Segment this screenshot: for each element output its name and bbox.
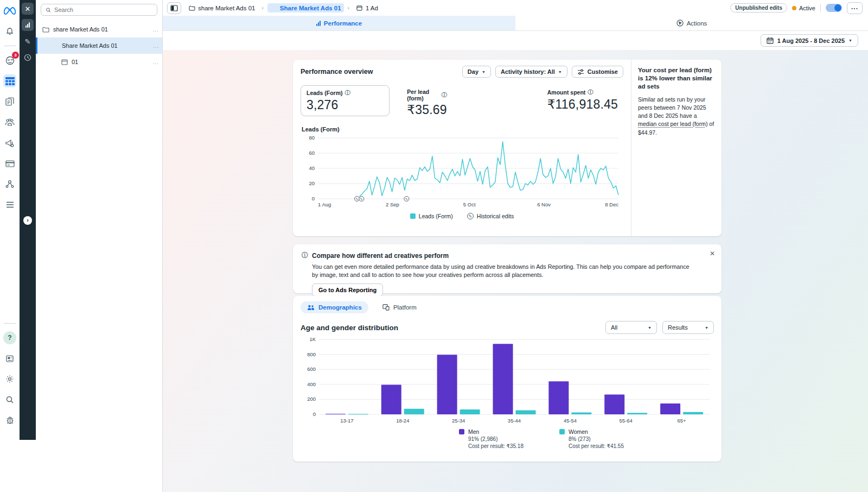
meta-logo[interactable] [3,4,16,17]
ads-reporting-banner: ⓘ Compare how different ad creatives per… [293,244,722,293]
ads-megaphone-icon[interactable] [3,136,16,149]
rail-divider-bottom [4,323,16,324]
history-clock-icon[interactable] [22,52,34,64]
active-toggle[interactable] [826,4,842,12]
legend-cpr: Cost per result: ₹35.18 [468,443,524,449]
bar-chart-legend: Men 91% (2,986) Cost per result: ₹35.18 … [459,428,714,449]
people-icon [307,305,315,311]
sliders-icon [577,69,584,75]
svg-text:40: 40 [309,165,315,171]
svg-text:80: 80 [309,135,315,141]
view-tabs: Performance Actions [163,16,868,31]
campaigns-nav-icon[interactable] [3,74,16,87]
sidebar-toggle-button[interactable] [167,2,181,14]
edit-pencil-icon[interactable]: ✎ [22,35,34,47]
age-gender-bar-chart[interactable]: 02004006008001K13-1718-2425-3435-4445-54… [301,334,714,427]
tab-platform[interactable]: Platform [376,301,423,313]
activity-history-value: Activity history: All [501,68,555,75]
filter-value: All [611,324,617,331]
tab-performance[interactable]: Performance [163,16,515,30]
date-row: 1 Aug 2025 - 8 Dec 2025 ▼ [163,31,868,50]
svg-text:✎: ✎ [360,197,363,201]
more-options-button[interactable]: ... [847,2,863,14]
status-label: Active [799,5,815,11]
customise-button[interactable]: Customise [572,66,623,78]
legend-label: Men [468,428,524,435]
date-range-picker[interactable]: 1 Aug 2025 - 8 Dec 2025 ▼ [761,34,858,47]
tree-row-adset[interactable]: Share Market Ads 01 ... [36,37,162,54]
banner-body: You can get even more detailed performan… [312,263,697,279]
tab-label: Performance [324,20,362,27]
svg-text:45-54: 45-54 [564,418,577,424]
billing-card-icon[interactable] [3,157,16,170]
search-icon [46,7,51,13]
go-to-ads-reporting-button[interactable]: Go to Ads Reporting [312,283,383,297]
metric-label: Leads (Form) [307,90,343,96]
tab-label: Actions [687,20,707,27]
metric-per-lead[interactable]: Per lead (form)ⓘ ₹35.69 [401,85,452,121]
metric-value: ₹116,918.45 [547,97,618,112]
banner-close-icon[interactable]: ✕ [710,250,715,257]
breakdown-filter-dropdown[interactable]: All ▼ [605,321,657,334]
metric-amount-spent[interactable]: Amount spentⓘ ₹116,918.45 [542,85,623,115]
metric-leads-form[interactable]: Leads (Form)ⓘ 3,276 [301,85,390,116]
info-icon[interactable]: ⓘ [442,91,447,99]
expand-rail-button[interactable]: › [23,216,32,225]
all-tools-menu-icon[interactable] [3,198,16,211]
breadcrumb-label: share Market Ads 01 [198,5,255,11]
legend-label: Leads (Form) [419,213,453,219]
search-input[interactable] [54,7,152,13]
tab-demographics[interactable]: Demographics [301,301,368,313]
ad-card-icon [356,4,363,11]
activity-history-dropdown[interactable]: Activity history: All ▼ [495,66,567,78]
row-menu-button[interactable]: ... [153,43,159,49]
settings-gear-icon[interactable] [3,373,16,386]
svg-text:60: 60 [309,150,315,156]
breadcrumb-ad[interactable]: 1 Ad [353,3,381,12]
svg-text:25-34: 25-34 [452,418,465,424]
breadcrumb-adset[interactable]: Share Market Ads 01 [267,3,344,12]
svg-text:800: 800 [307,351,316,357]
platform-icon [382,304,390,311]
search-tool-icon[interactable] [3,393,16,406]
row-menu-button[interactable]: ... [153,59,159,65]
svg-text:35-44: 35-44 [508,418,521,424]
account-overview-icon[interactable]: 3 [3,54,16,67]
demographics-card: Demographics Platform Age and gender dis… [293,296,722,462]
leads-line-chart[interactable]: 0204060801 Aug2 Sep5 Oct6 Nov8 Dec✎✎✎ [301,134,623,211]
legend-swatch [559,429,565,434]
tree-row-ad[interactable]: 01 ... [36,54,162,70]
calendar-icon [767,37,774,44]
tab-label: Platform [393,304,417,311]
updates-news-icon[interactable] [3,352,16,365]
info-icon[interactable]: ⓘ [345,89,350,97]
tree-search[interactable] [41,4,157,16]
metric-filter-dropdown[interactable]: Results ▼ [662,321,714,334]
events-manager-icon[interactable] [3,178,16,191]
ad-card-icon [61,59,68,66]
banner-title: Compare how different ad creatives perfo… [312,252,449,260]
notification-count-badge: 3 [12,52,19,59]
pages-nav-icon[interactable] [3,95,16,108]
tab-actions[interactable]: Actions [515,16,868,30]
chevron-down-icon: ▼ [705,326,709,330]
unpublished-edits-badge: Unpublished edits [730,3,787,12]
info-icon[interactable]: ⓘ [588,89,593,96]
report-bug-icon[interactable] [3,414,16,427]
audiences-nav-icon[interactable] [3,116,16,129]
notifications-bell-icon[interactable] [3,25,16,38]
tree-row-campaign[interactable]: share Market Ads 01 ... [36,21,162,37]
content-scroll-area[interactable]: Performance overview Day ▼ Activity hist… [163,50,868,492]
close-panel-icon[interactable]: ✕ [22,3,34,15]
insight-tooltip-term[interactable]: median cost per lead (form) [638,121,707,127]
charts-panel-icon[interactable] [22,19,34,31]
svg-text:200: 200 [307,396,316,402]
legend-label: Historical edits [477,213,514,219]
tree-item-label: share Market Ads 01 [53,26,108,33]
row-menu-button[interactable]: ... [153,27,159,33]
legend-share: 91% (2,986) [468,436,524,442]
help-icon[interactable]: ? [3,331,16,344]
breadcrumb-campaign[interactable]: share Market Ads 01 [186,3,258,12]
granularity-dropdown[interactable]: Day ▼ [462,66,491,78]
historical-edit-icon: ✎ [467,213,474,219]
